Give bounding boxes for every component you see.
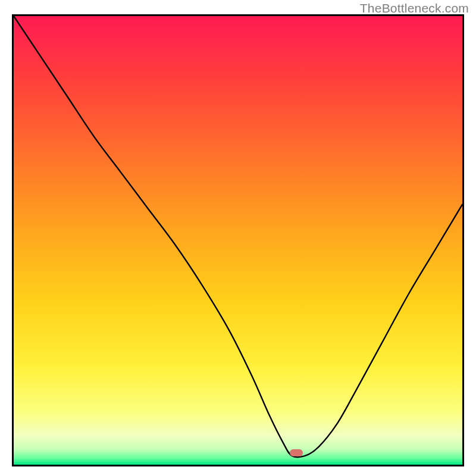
plot-svg	[14, 16, 462, 465]
optimal-point-marker	[290, 449, 303, 456]
chart-stage: TheBottleneck.com	[0, 0, 476, 476]
plot-frame	[12, 14, 464, 466]
watermark-text: TheBottleneck.com	[360, 1, 469, 15]
gradient-background	[14, 16, 462, 465]
